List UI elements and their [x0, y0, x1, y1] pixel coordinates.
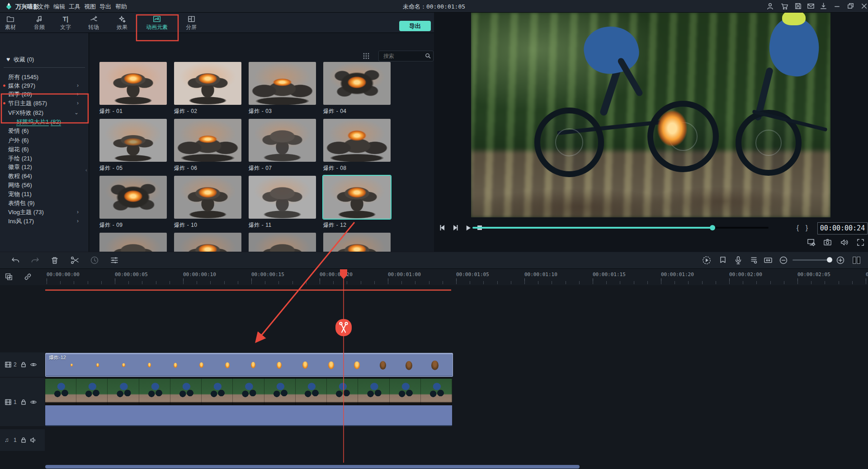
minimize-button[interactable] [833, 2, 841, 10]
chevron-icon[interactable]: › [77, 217, 79, 225]
manage-tracks-icon[interactable] [5, 272, 13, 281]
sidebar-item[interactable]: Vlog主题 (73) › [0, 208, 89, 216]
tab-transition[interactable]: 转场 [78, 14, 109, 33]
effect-thumbnail[interactable] [323, 233, 391, 252]
feedback-mail-icon[interactable] [807, 2, 815, 10]
sidebar-item[interactable]: 网络 (56) [0, 181, 89, 189]
effect-thumbnail[interactable]: 爆炸 - 01 [99, 62, 167, 115]
timeline-ruler[interactable]: 00:00:00:0000:00:00:0500:00:00:1000:00:0… [0, 269, 868, 285]
save-icon[interactable] [794, 2, 802, 10]
store-cart-icon[interactable] [780, 2, 789, 10]
sidebar-item[interactable]: 徽章 (12) [0, 163, 89, 171]
clip-explosion-12[interactable]: 爆炸-12 [45, 353, 453, 377]
fit-timeline-button[interactable] [763, 255, 773, 265]
sidebar-item[interactable]: Ins风 (17) › [0, 217, 89, 225]
effect-thumbnail[interactable]: 爆炸 - 10 [174, 176, 241, 229]
menu-item[interactable]: 帮助 [115, 3, 127, 11]
fullscreen-icon[interactable] [856, 238, 865, 247]
effect-thumbnail[interactable]: 爆炸 - 04 [323, 62, 391, 115]
tab-elements[interactable]: 动画元素 [141, 14, 173, 33]
clip-audio-portion[interactable] [45, 405, 452, 426]
sidebar-item[interactable]: 烟花 (6) [0, 145, 89, 154]
layout-panels-icon[interactable] [852, 255, 862, 265]
seek-bar[interactable] [472, 227, 769, 229]
menu-item[interactable]: 编辑 [53, 3, 65, 11]
download-icon[interactable] [819, 2, 828, 10]
volume-icon[interactable] [840, 238, 849, 247]
sidebar-item[interactable]: 爱情 (6) [0, 127, 89, 135]
zoom-slider-handle[interactable] [827, 257, 832, 263]
lock-icon[interactable] [20, 436, 27, 444]
sidebar-item-favorites[interactable]: ♥ 收藏 (0) [6, 56, 34, 64]
marker-button[interactable] [718, 255, 728, 265]
chevron-icon[interactable]: › [77, 90, 79, 98]
eye-visibility-icon[interactable] [30, 399, 37, 406]
tab-text[interactable]: T| 文字 [50, 14, 81, 33]
sidebar-collapse-icon[interactable]: ‹ [85, 167, 87, 173]
mark-out-icon[interactable]: } [806, 224, 808, 231]
eye-visibility-icon[interactable] [30, 361, 37, 368]
seek-handle[interactable] [710, 225, 715, 230]
audio-mixer-button[interactable] [749, 255, 759, 265]
lock-icon[interactable] [20, 399, 27, 406]
close-button[interactable] [860, 2, 868, 10]
tab-effects[interactable]: 效果 [106, 14, 138, 33]
effect-thumbnail[interactable]: 爆炸 - 12 [323, 176, 391, 229]
horizontal-scrollbar[interactable] [45, 465, 580, 469]
grid-view-icon[interactable] [363, 52, 370, 60]
sidebar-item[interactable]: 教程 (64) [0, 172, 89, 180]
search-icon[interactable] [425, 53, 431, 59]
chevron-icon[interactable]: › [77, 208, 79, 216]
undo-button[interactable] [11, 255, 21, 265]
sidebar-item[interactable]: 节日主题 (857) › [0, 99, 89, 108]
effect-thumbnail[interactable]: 爆炸 - 09 [99, 176, 167, 229]
effect-thumbnail[interactable]: 爆炸 - 05 [99, 119, 167, 172]
record-voiceover-mic-button[interactable] [733, 255, 743, 265]
adjust-sliders-button[interactable] [109, 255, 119, 265]
menu-item[interactable]: 工具 [69, 3, 80, 11]
effect-thumbnail[interactable] [174, 233, 241, 252]
delete-trash-button[interactable] [50, 255, 60, 265]
sidebar-item[interactable]: 宠物 (11) [0, 190, 89, 198]
timeline-zoom-slider[interactable] [793, 259, 832, 261]
speaker-mute-icon[interactable] [30, 436, 37, 444]
sidebar-item[interactable]: 四季 (28) › [0, 90, 89, 98]
lock-icon[interactable] [20, 361, 27, 368]
effect-thumbnail[interactable]: 爆炸 - 02 [174, 62, 241, 115]
snapshot-camera-icon[interactable] [823, 238, 832, 247]
sidebar-item[interactable]: 媒体 (297) › [0, 81, 89, 90]
duration-clock-button[interactable] [90, 255, 99, 265]
mark-in-icon[interactable]: { [797, 224, 799, 231]
menu-item[interactable]: 视图 [84, 3, 96, 11]
menu-item[interactable]: 文件 [38, 3, 50, 11]
effect-thumbnail[interactable]: 爆炸 - 11 [249, 176, 316, 229]
chevron-icon[interactable]: › [77, 99, 79, 108]
effect-thumbnail[interactable] [99, 233, 167, 252]
previous-frame-button[interactable] [438, 223, 448, 233]
effect-thumbnail[interactable]: 爆炸 - 06 [174, 119, 241, 172]
sidebar-item[interactable]: 表情包 (9) [0, 199, 89, 207]
sidebar-item[interactable]: 手绘 (21) [0, 154, 89, 163]
sidebar-item[interactable]: 户外 (6) [0, 136, 89, 145]
split-scissors-button[interactable] [70, 255, 80, 265]
sidebar-item[interactable]: 所有 (1545) [0, 73, 89, 81]
sidebar-item[interactable]: 好莱坞大片1 (82) [0, 117, 89, 126]
next-frame-button[interactable] [450, 223, 460, 233]
redo-button[interactable] [30, 255, 40, 265]
tab-media[interactable]: 素材 [0, 14, 26, 33]
render-preview-button[interactable] [702, 255, 712, 265]
chevron-icon[interactable]: ⌄ [74, 108, 79, 117]
effect-thumbnail[interactable]: 爆炸 - 03 [249, 62, 316, 115]
effect-thumbnail[interactable] [249, 233, 316, 252]
account-icon[interactable] [766, 2, 774, 10]
search-input[interactable] [382, 52, 424, 61]
restore-button[interactable] [846, 2, 855, 10]
effect-thumbnail[interactable]: 爆炸 - 08 [323, 119, 391, 172]
menu-item[interactable]: 导出 [99, 3, 111, 11]
sidebar-item[interactable]: VFX特效 (82) ⌄ [0, 108, 89, 117]
display-settings-icon[interactable] [807, 238, 816, 247]
zoom-out-button[interactable] [778, 255, 788, 265]
effect-thumbnail[interactable]: 爆炸 - 07 [249, 119, 316, 172]
play-button[interactable] [463, 223, 473, 233]
link-clips-icon[interactable] [24, 272, 32, 281]
